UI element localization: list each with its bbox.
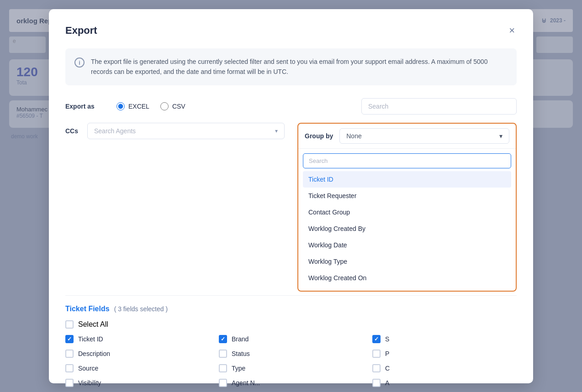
field-visibility: Visibility (65, 379, 210, 387)
field-ticket-id: Ticket ID (65, 335, 210, 343)
agents-placeholder: Search Agents (94, 127, 136, 135)
select-all-label: Select All (78, 320, 108, 329)
field-type: Type (219, 364, 363, 372)
group-by-option-worklog-type[interactable]: Worklog Type (303, 253, 511, 270)
chevron-down-icon: ▾ (275, 128, 278, 134)
group-by-option-contact-group[interactable]: Contact Group (303, 204, 511, 220)
field-description: Description (65, 350, 210, 358)
separator (65, 295, 517, 296)
field-label-s: S (385, 335, 389, 343)
checkbox-source[interactable] (65, 364, 74, 372)
search-top-input[interactable] (361, 98, 517, 115)
field-label-visibility: Visibility (78, 379, 101, 387)
field-p: P (372, 350, 517, 358)
excel-label: EXCEL (128, 103, 149, 110)
modal-overlay: Export × i The export file is generated … (0, 0, 582, 392)
excel-option[interactable]: EXCEL (116, 102, 149, 110)
modal-title: Export (65, 25, 97, 37)
field-agent-n: Agent N... (219, 379, 363, 387)
chevron-down-icon-group: ▾ (499, 132, 503, 140)
group-by-option-ticket-id[interactable]: Ticket ID (303, 171, 511, 188)
checkbox-description[interactable] (65, 350, 74, 358)
checkbox-s[interactable] (372, 335, 381, 343)
right-column: Group by None ▾ Ticket ID Ticket Request… (297, 123, 517, 292)
fields-count: ( 3 fields selected ) (114, 305, 168, 313)
modal-header: Export × (65, 24, 517, 37)
field-s: S (372, 335, 517, 343)
left-column: CCs Search Agents ▾ (65, 123, 285, 148)
checkbox-visibility[interactable] (65, 379, 74, 387)
export-as-label: Export as (65, 103, 102, 110)
excel-radio[interactable] (116, 102, 125, 110)
field-source: Source (65, 364, 210, 372)
group-by-option-worklog-date[interactable]: Worklog Date (303, 237, 511, 253)
checkbox-type[interactable] (219, 364, 227, 372)
group-by-option-worklog-created-on[interactable]: Worklog Created On (303, 270, 511, 286)
field-label-type: Type (232, 365, 245, 372)
info-banner: i The export file is generated using the… (65, 48, 517, 85)
group-by-option-worklog-created-by[interactable]: Worklog Created By (303, 220, 511, 237)
field-label-status: Status (232, 350, 250, 357)
checkbox-status[interactable] (219, 350, 227, 358)
select-all-row: Select All (65, 320, 517, 329)
checkbox-ticket-id[interactable] (65, 335, 74, 343)
export-as-row: Export as EXCEL CSV (65, 102, 349, 110)
group-by-label: Group by (305, 132, 333, 140)
csv-option[interactable]: CSV (160, 102, 185, 110)
field-label-ticket-id: Ticket ID (78, 335, 103, 343)
info-text: The export file is generated using the c… (91, 57, 508, 77)
field-label-description: Description (78, 350, 110, 357)
ticket-fields-section: Ticket Fields ( 3 fields selected ) Sele… (65, 305, 517, 387)
checkbox-p[interactable] (372, 350, 381, 358)
group-by-option-ticket-requester[interactable]: Ticket Requester (303, 188, 511, 204)
close-button[interactable]: × (507, 24, 517, 37)
group-by-dropdown-panel: Ticket ID Ticket Requester Contact Group… (298, 148, 516, 291)
field-status: Status (219, 350, 363, 358)
field-label-brand: Brand (232, 335, 249, 343)
field-label-agent-n: Agent N... (232, 379, 260, 387)
group-by-options-list: Ticket ID Ticket Requester Contact Group… (303, 171, 511, 286)
checkbox-a[interactable] (372, 379, 381, 387)
group-by-select[interactable]: None ▾ (339, 128, 509, 144)
field-label-p: P (385, 350, 389, 357)
ccs-row: CCs Search Agents ▾ (65, 123, 285, 139)
info-icon: i (74, 57, 85, 68)
field-label-source: Source (78, 365, 98, 372)
group-by-search-input[interactable] (303, 153, 511, 168)
field-label-a: A (385, 379, 389, 387)
csv-label: CSV (172, 103, 185, 110)
group-by-value: None (346, 132, 361, 140)
two-col-layout: CCs Search Agents ▾ Group by None ▾ (65, 123, 517, 292)
checkbox-brand[interactable] (219, 335, 227, 343)
select-all-checkbox[interactable] (65, 320, 74, 329)
export-format-group: EXCEL CSV (116, 102, 185, 110)
field-label-c: C (385, 365, 390, 372)
group-by-container: Group by None ▾ Ticket ID Ticket Request… (297, 123, 517, 292)
field-brand: Brand (219, 335, 363, 343)
csv-radio[interactable] (160, 102, 169, 110)
ccs-label: CCs (65, 127, 82, 135)
ticket-fields-title: Ticket Fields (65, 305, 110, 313)
field-c: C (372, 364, 517, 372)
fields-grid: Ticket ID Brand S Description Stat (65, 335, 517, 387)
checkbox-c[interactable] (372, 364, 381, 372)
export-modal: Export × i The export file is generated … (49, 9, 533, 383)
agents-select[interactable]: Search Agents ▾ (87, 123, 285, 139)
field-a: A (372, 379, 517, 387)
ticket-fields-header: Ticket Fields ( 3 fields selected ) (65, 305, 517, 313)
checkbox-agent-n[interactable] (219, 379, 227, 387)
group-by-header: Group by None ▾ (298, 124, 516, 148)
